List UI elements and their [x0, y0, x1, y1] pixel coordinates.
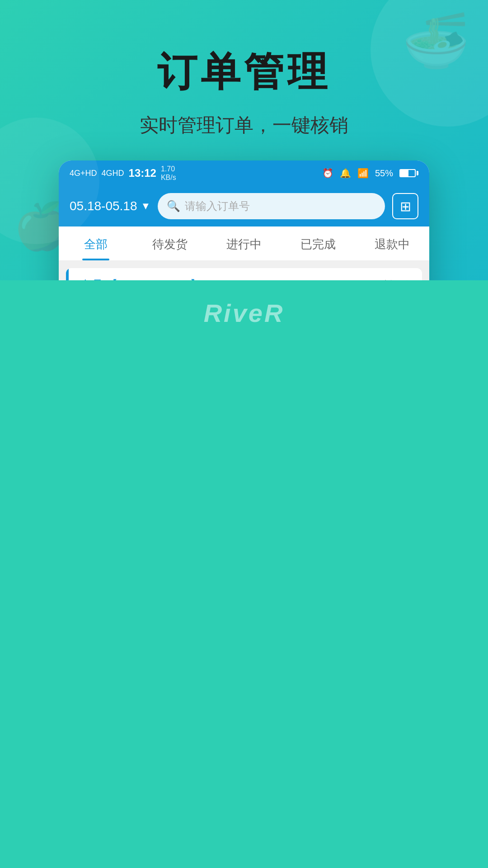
deco-bowl-icon: 🍜 — [402, 9, 470, 73]
tab-refunding[interactable]: 退款中 — [355, 226, 429, 260]
status-speed: 1.70KB/s — [161, 165, 176, 182]
page-subtitle: 实时管理订单，一键核销 — [0, 113, 488, 138]
tab-all[interactable]: 全部 — [59, 226, 133, 260]
tab-pending[interactable]: 待发货 — [133, 226, 207, 260]
status-time: 13:12 — [129, 167, 156, 179]
orders-list: 会员 【18210392920】 待评价 【预约自提】 微信小程序 零售订单 自… — [59, 261, 429, 280]
app-header: 05.18-05.18 ▼ 🔍 请输入订单号 ⊞ — [59, 186, 429, 226]
signal1-text: 4G+HD — [70, 169, 97, 178]
order-card-1: 会员 【18210392920】 待评价 【预约自提】 微信小程序 零售订单 自… — [66, 268, 422, 280]
tab-bar: 全部 待发货 进行中 已完成 退款中 — [59, 226, 429, 261]
bottom-area: RiveR — [0, 280, 488, 355]
alarm-icon: ⏰ — [322, 168, 333, 179]
chevron-down-icon: ▼ — [141, 200, 150, 212]
battery-percent: 55% — [375, 168, 393, 179]
wifi-icon: 📶 — [357, 168, 369, 179]
order-status-1: 待评价 — [379, 278, 411, 281]
scan-button[interactable]: ⊞ — [392, 193, 418, 219]
search-placeholder-text: 请输入订单号 — [185, 199, 250, 213]
search-bar[interactable]: 🔍 请输入订单号 — [158, 193, 385, 219]
search-icon: 🔍 — [167, 200, 180, 212]
order-member-1: 会员 【18210392920】 — [80, 277, 202, 280]
tab-completed[interactable]: 已完成 — [281, 226, 355, 260]
status-bar: 4G+HD 4GHD 13:12 1.70KB/s ⏰ 🔔 📶 55% — [59, 160, 429, 186]
order-header-1: 会员 【18210392920】 待评价 — [66, 268, 422, 280]
signal2-text: 4GHD — [102, 169, 124, 178]
watermark-text: RiveR — [0, 298, 488, 328]
notification-icon: 🔔 — [340, 168, 351, 179]
battery-icon — [399, 169, 418, 177]
date-selector[interactable]: 05.18-05.18 ▼ — [70, 199, 150, 213]
tab-inprogress[interactable]: 进行中 — [207, 226, 281, 260]
hero-section: 🍜 🍎 订单管理 实时管理订单，一键核销 4G+HD 4GHD 13:12 1.… — [0, 0, 488, 280]
phone-mockup: 4G+HD 4GHD 13:12 1.70KB/s ⏰ 🔔 📶 55% 05.1… — [59, 160, 429, 280]
scan-icon: ⊞ — [400, 198, 411, 214]
date-range-text: 05.18-05.18 — [70, 199, 137, 213]
